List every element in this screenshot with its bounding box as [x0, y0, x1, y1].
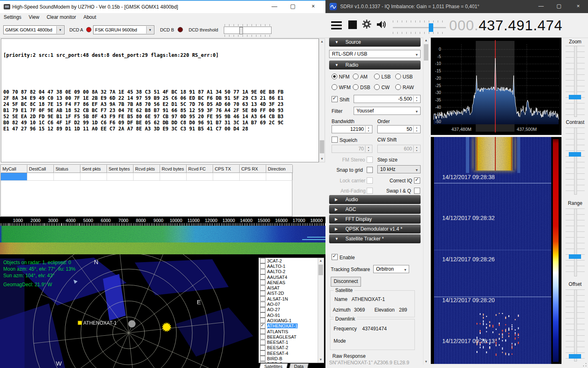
- spinner-arrows-icon[interactable]: ▲▼: [413, 96, 420, 102]
- maximize-icon[interactable]: ▢: [551, 0, 567, 12]
- checkbox[interactable]: [260, 274, 265, 280]
- shift-value-spinner[interactable]: -5.500▲▼: [354, 95, 421, 103]
- list-item[interactable]: AALTO-2: [259, 269, 318, 274]
- list-item[interactable]: AO-07: [259, 301, 318, 307]
- checkbox[interactable]: [260, 307, 265, 312]
- checkbox[interactable]: [260, 329, 265, 334]
- satellite-tracker-header[interactable]: ▼ Satellite Tracker *: [329, 234, 421, 243]
- slider-thumb[interactable]: [569, 152, 581, 157]
- speaker-icon[interactable]: [376, 20, 388, 31]
- mode-radio[interactable]: CW: [374, 84, 395, 94]
- scroll-up-icon[interactable]: ▲: [319, 39, 325, 45]
- list-item[interactable]: ATHENOXAT-1: [259, 323, 318, 329]
- waterfall-band-lower[interactable]: [0, 242, 325, 254]
- checkbox[interactable]: [260, 302, 265, 307]
- mode-radio[interactable]: WFM: [332, 84, 353, 94]
- slider-track[interactable]: [574, 128, 577, 195]
- checkbox[interactable]: [260, 334, 265, 339]
- list-scrollbar[interactable]: ▲ ▼: [318, 258, 324, 363]
- panel-header[interactable]: ▶ QPSK Demodulator v1.4 *: [329, 224, 421, 233]
- dcd-threshold-slider[interactable]: [224, 27, 272, 34]
- checkbox[interactable]: [260, 269, 265, 274]
- enable-checkbox[interactable]: Enable: [332, 254, 355, 261]
- waterfall-band-upper[interactable]: [0, 226, 325, 242]
- modem-b-select[interactable]: FSK G3RUH 9600bd▾: [93, 25, 154, 34]
- list-item[interactable]: ALSAT-1N: [259, 296, 318, 301]
- checkbox[interactable]: [260, 263, 265, 269]
- radio-icon[interactable]: [353, 84, 359, 90]
- checkbox[interactable]: [260, 291, 265, 296]
- spinner-arrows-icon[interactable]: ▲▼: [365, 126, 372, 132]
- order-spinner[interactable]: 50▲▼: [377, 125, 421, 133]
- menu-item[interactable]: Clear monitor: [43, 13, 80, 21]
- radio-icon[interactable]: [332, 84, 337, 90]
- tracking-software-select[interactable]: Orbitron▾: [373, 265, 409, 273]
- table-cell[interactable]: [27, 173, 54, 181]
- checkbox[interactable]: [260, 296, 265, 301]
- panel-header[interactable]: ▶ Audio: [329, 195, 421, 204]
- list-item[interactable]: BEEAGLESAT: [259, 334, 318, 339]
- checkbox[interactable]: [260, 285, 265, 291]
- swap-iq-checkbox[interactable]: [414, 187, 420, 195]
- table-cell[interactable]: [54, 173, 80, 181]
- column-header[interactable]: DestCall: [27, 165, 54, 173]
- table-cell[interactable]: [160, 173, 187, 181]
- list-item[interactable]: ATLANTIS: [259, 329, 318, 334]
- panel-scrollbar[interactable]: ▲ ▼: [423, 38, 429, 365]
- monitor-scrollbar[interactable]: ▲ ▼: [319, 38, 325, 162]
- squelch-checkbox[interactable]: Squelch: [332, 136, 357, 144]
- menu-hamburger-icon[interactable]: [331, 21, 342, 29]
- list-item[interactable]: AALTO-1: [259, 263, 318, 269]
- menu-item[interactable]: View: [25, 13, 43, 21]
- spinner-arrows-icon[interactable]: ▲▼: [413, 126, 420, 132]
- list-item[interactable]: AO-91: [259, 312, 318, 318]
- mode-radio[interactable]: RAW: [395, 84, 416, 94]
- column-header[interactable]: CPS TX: [213, 165, 240, 173]
- menu-item[interactable]: Settings: [0, 13, 25, 21]
- scrollbar-thumb[interactable]: [318, 265, 323, 275]
- column-header[interactable]: Sent pkts: [80, 165, 107, 173]
- close-icon[interactable]: ×: [570, 0, 586, 12]
- checkbox[interactable]: [260, 350, 265, 356]
- checkbox[interactable]: [260, 312, 265, 318]
- menu-item[interactable]: About: [80, 13, 100, 21]
- tab-satellites[interactable]: Satellites: [259, 364, 287, 368]
- column-header[interactable]: MyCall: [1, 165, 27, 173]
- radio-panel-header[interactable]: ▼ Radio: [329, 61, 421, 70]
- mode-radio[interactable]: DSB: [353, 84, 374, 94]
- list-item[interactable]: 3CAT-2: [259, 258, 318, 263]
- column-header[interactable]: Rcvd bytes: [160, 165, 187, 173]
- list-item[interactable]: AOXIANG-1: [259, 318, 318, 323]
- resize-grip[interactable]: [583, 363, 587, 367]
- table-cell[interactable]: [240, 173, 266, 181]
- column-header[interactable]: Direction: [266, 165, 293, 173]
- correct-iq-checkbox[interactable]: [414, 177, 420, 184]
- checkbox[interactable]: [260, 356, 265, 361]
- mode-radio[interactable]: USB: [395, 74, 416, 83]
- list-item[interactable]: BEESAT-2: [259, 345, 318, 350]
- table-cell[interactable]: [213, 173, 240, 181]
- list-item[interactable]: BIRD-B: [259, 356, 318, 361]
- minimize-icon[interactable]: —: [267, 1, 281, 11]
- list-item[interactable]: AAUSAT4: [259, 274, 318, 280]
- checkbox[interactable]: [260, 345, 265, 350]
- list-item[interactable]: BEESAT-4: [259, 350, 318, 356]
- radio-icon[interactable]: [374, 74, 380, 79]
- slider-thumb[interactable]: [569, 254, 581, 259]
- volume-slider[interactable]: [393, 27, 446, 28]
- mode-radio[interactable]: NFM: [332, 74, 353, 83]
- list-item[interactable]: BEESAT-1: [259, 339, 318, 345]
- list-item[interactable]: AISAT: [259, 285, 318, 290]
- close-icon[interactable]: ×: [306, 1, 320, 11]
- slider-track[interactable]: [574, 209, 577, 276]
- scroll-up-icon[interactable]: ▲: [318, 258, 323, 264]
- volume-thumb[interactable]: [429, 23, 433, 32]
- table-cell[interactable]: [187, 173, 213, 181]
- checkbox[interactable]: [260, 323, 265, 329]
- radio-icon[interactable]: [353, 74, 359, 79]
- table-cell[interactable]: [107, 173, 134, 181]
- checkbox[interactable]: [260, 280, 265, 285]
- slider-thumb[interactable]: [569, 95, 581, 99]
- list-item[interactable]: AENEAS: [259, 280, 318, 285]
- step-size-select[interactable]: 10 kHz▾: [377, 165, 421, 173]
